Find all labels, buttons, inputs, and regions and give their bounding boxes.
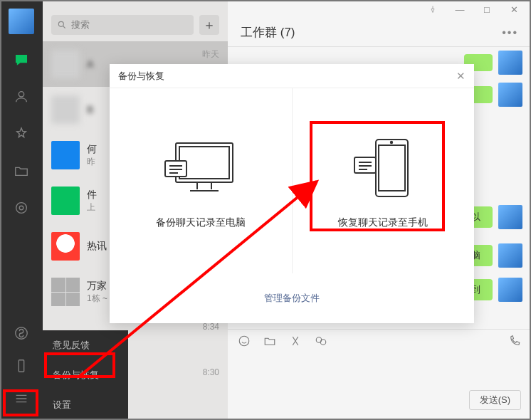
avatar[interactable]	[498, 278, 522, 302]
user-avatar[interactable]	[9, 9, 34, 34]
avatar[interactable]	[498, 83, 522, 107]
close-button[interactable]: ✕	[503, 1, 525, 17]
svg-point-2	[19, 206, 23, 210]
svg-point-6	[239, 336, 249, 346]
miniprogram-icon[interactable]	[13, 325, 30, 342]
svg-point-8	[320, 339, 326, 345]
chat-icon[interactable]	[13, 51, 30, 68]
compose-area[interactable]: 发送(S)	[228, 355, 531, 420]
dialog-title: 备份与恢复	[118, 70, 164, 83]
avatar[interactable]	[498, 243, 522, 268]
svg-point-0	[19, 92, 23, 97]
favorites-icon[interactable]	[13, 125, 30, 142]
contacts-icon[interactable]	[13, 88, 30, 105]
minimize-button[interactable]: —	[448, 1, 471, 17]
left-rail	[0, 0, 43, 420]
svg-point-5	[58, 21, 63, 26]
file-icon[interactable]	[263, 335, 276, 350]
add-button[interactable]: ＋	[199, 15, 219, 35]
avatar[interactable]	[498, 51, 522, 75]
backup-to-pc-label: 备份聊天记录至电脑	[156, 216, 246, 229]
menu-settings[interactable]: 设置	[43, 390, 128, 420]
annotation-box	[44, 352, 115, 378]
annotation-box	[3, 389, 38, 416]
pin-icon[interactable]	[421, 1, 444, 17]
search-input[interactable]: 搜索	[51, 15, 194, 35]
toolbar	[228, 329, 531, 355]
phone-icon[interactable]	[13, 357, 30, 374]
backup-to-pc-option[interactable]: 备份聊天记录至电脑	[110, 88, 292, 273]
emoji-icon[interactable]	[238, 335, 251, 350]
maximize-button[interactable]: □	[475, 1, 498, 17]
svg-point-1	[16, 203, 27, 214]
screenshot-icon[interactable]	[289, 335, 302, 350]
send-button[interactable]: 发送(S)	[469, 390, 521, 410]
manage-backups-link[interactable]: 管理备份文件	[264, 292, 320, 305]
more-icon[interactable]: •••	[502, 26, 518, 39]
dialog-close-icon[interactable]: ✕	[456, 70, 466, 83]
svg-rect-4	[19, 360, 23, 372]
annotation-box	[310, 121, 445, 231]
history-icon[interactable]	[315, 335, 327, 350]
window-controls: — □ ✕	[228, 0, 531, 19]
files-icon[interactable]	[13, 162, 30, 179]
avatar[interactable]	[498, 205, 522, 229]
call-icon[interactable]	[508, 335, 521, 350]
moments-icon[interactable]	[13, 199, 30, 216]
search-placeholder: 搜索	[71, 19, 90, 31]
chat-title: 工作群 (7)	[241, 24, 502, 41]
